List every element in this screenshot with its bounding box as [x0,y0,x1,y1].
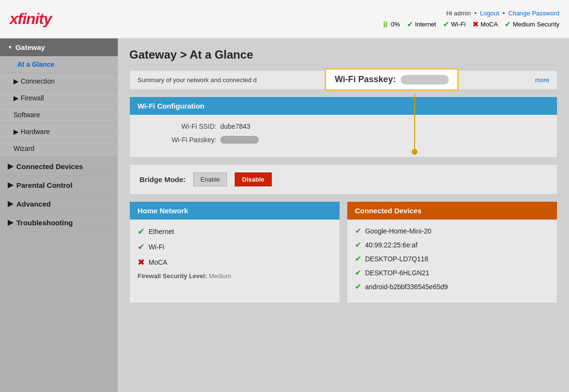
connected-devices-body: ✔ Google-Home-Mini-20 ✔ 40:99:22:25:6e:a… [347,220,557,303]
logout-link[interactable]: Logout [480,10,499,17]
sidebar: ▼ Gateway At a Glance ▶ Connection ▶ Fir… [0,38,118,392]
home-network-body: ✔ Ethernet ✔ Wi-Fi ✖ MoCA Firewall Secur… [130,220,340,286]
ssid-row: Wi-Fi SSID: dube7843 [139,122,547,130]
firewall-level-value: Medium [209,272,231,280]
moca-net-label: MoCA [149,258,167,266]
firewall-arrow-icon: ▶ [13,94,21,102]
sidebar-gateway-header[interactable]: ▼ Gateway [0,38,118,56]
passkey-value-blurred [220,136,259,144]
hardware-arrow-icon: ▶ [13,128,21,135]
sidebar-item-firewall[interactable]: ▶ Firewall [0,90,118,107]
moca-item: ✖ MoCA [138,257,332,268]
battery-status: 🔋 0% [381,21,400,28]
device-item-1: ✔ Google-Home-Mini-20 [355,226,549,235]
wifi-config-header: Wi-Fi Configuration [130,97,557,115]
internet-status: ✔ Internet [407,20,436,29]
sidebar-item-connection[interactable]: ▶ Connection [0,73,118,90]
battery-icon: 🔋 [381,21,389,28]
sidebar-item-wizard[interactable]: Wizard [0,140,118,157]
svg-point-1 [412,149,417,155]
main-content: Gateway > At a Glance Summary of your ne… [118,38,569,392]
home-network-section: Home Network ✔ Ethernet ✔ Wi-Fi ✖ MoCA [129,201,340,303]
device-item-2: ✔ 40:99:22:25:6e:af [355,240,549,249]
advanced-label: Advanced [16,200,51,208]
device1-label: Google-Home-Mini-20 [365,227,431,235]
sidebar-item-advanced[interactable]: ▶ Advanced [0,195,118,213]
parental-control-label: Parental Control [16,181,73,189]
header-right: Hi admin • Logout • Change Password 🔋 0%… [381,10,559,29]
internet-label: Internet [415,21,436,28]
passkey-row: Wi-Fi Passkey: [139,136,547,144]
header-status: 🔋 0% ✔ Internet ✔ Wi-Fi ✖ MoCA ✔ Medium … [381,20,559,29]
connected-devices-arrow-icon: ▶ [8,162,13,171]
firewall-row: Firewall Security Level: Medium [138,272,332,280]
ssid-value: dube7843 [220,122,250,130]
wifi-status: ✔ Wi-Fi [443,20,466,29]
tooltip-passkey-label: Wi-Fi Passkey: [335,74,396,85]
ethernet-label: Ethernet [149,228,174,235]
moca-status: ✖ MoCA [472,20,498,29]
connection-arrow-icon: ▶ [13,77,21,85]
connected-devices-header: Connected Devices [347,202,557,220]
tooltip-arrow-svg [411,94,418,156]
connected-devices-label: Connected Devices [16,162,83,171]
troubleshooting-arrow-icon: ▶ [8,218,13,227]
troubleshooting-label: Troubleshooting [16,219,73,227]
ethernet-item: ✔ Ethernet [138,226,332,237]
wifi-check-icon: ✔ [443,20,449,29]
device-item-4: ✔ DESKTOP-6HLGN21 [355,268,549,277]
security-label: Medium Security [513,21,559,28]
security-status: ✔ Medium Security [505,20,559,29]
device5-check-icon: ✔ [355,282,361,291]
device3-check-icon: ✔ [355,254,361,263]
sidebar-gateway-label: Gateway [15,43,45,51]
wifi-config-body: Wi-Fi SSID: dube7843 Wi-Fi Passkey: [130,115,557,157]
sidebar-item-parental-control[interactable]: ▶ Parental Control [0,176,118,195]
internet-check-icon: ✔ [407,20,413,29]
moca-label: MoCA [480,21,498,28]
sidebar-item-connected-devices[interactable]: ▶ Connected Devices [0,157,118,176]
gateway-arrow-icon: ▼ [8,45,13,50]
bridge-enable-button[interactable]: Enable [193,172,227,186]
battery-value: 0% [391,21,400,28]
layout: ▼ Gateway At a Glance ▶ Connection ▶ Fir… [0,38,569,392]
bridge-mode-section: Bridge Mode: Enable Disable [129,164,557,195]
device2-label: 40:99:22:25:6e:af [365,241,417,249]
device5-label: android-b2bbf336545e65d9 [365,283,448,291]
device4-check-icon: ✔ [355,268,361,277]
more-link[interactable]: more [535,76,549,84]
sidebar-item-at-a-glance[interactable]: At a Glance [0,56,118,73]
security-check-icon: ✔ [505,20,511,29]
header-user: Hi admin • Logout • Change Password [381,10,559,17]
change-password-link[interactable]: Change Password [508,10,559,17]
device3-label: DESKTOP-LD7Q118 [365,255,428,263]
bridge-mode-label: Bridge Mode: [139,175,186,184]
passkey-label: Wi-Fi Passkey: [139,136,216,144]
connected-devices-section: Connected Devices ✔ Google-Home-Mini-20 … [347,201,557,303]
device-item-5: ✔ android-b2bbf336545e65d9 [355,282,549,291]
greeting-text: Hi admin [446,10,471,17]
wifi-passkey-tooltip: Wi-Fi Passkey: [325,68,459,91]
wifi-item: ✔ Wi-Fi [138,242,332,252]
sidebar-item-hardware[interactable]: ▶ Hardware [0,123,118,140]
ssid-label: Wi-Fi SSID: [139,122,216,130]
advanced-arrow-icon: ▶ [8,199,13,208]
firewall-level-label: Firewall Security Level: [138,272,207,280]
home-network-header: Home Network [130,202,340,220]
page-title: Gateway > At a Glance [129,48,557,61]
tooltip-passkey-value [401,75,449,85]
moca-x-icon: ✖ [472,20,479,29]
sidebar-item-troubleshooting[interactable]: ▶ Troubleshooting [0,213,118,232]
summary-text: Summary of your network and connected d [138,76,257,84]
device4-label: DESKTOP-6HLGN21 [365,269,430,277]
header: xfinity Hi admin • Logout • Change Passw… [0,0,569,38]
bottom-columns: Home Network ✔ Ethernet ✔ Wi-Fi ✖ MoCA [129,201,557,303]
ethernet-check-icon: ✔ [138,226,145,237]
wifi-check-icon2: ✔ [138,242,145,252]
parental-control-arrow-icon: ▶ [8,181,13,189]
sidebar-item-software[interactable]: Software [0,107,118,123]
bridge-disable-button[interactable]: Disable [235,172,271,186]
device2-check-icon: ✔ [355,240,361,249]
device1-check-icon: ✔ [355,226,361,235]
moca-x-icon2: ✖ [138,257,145,268]
